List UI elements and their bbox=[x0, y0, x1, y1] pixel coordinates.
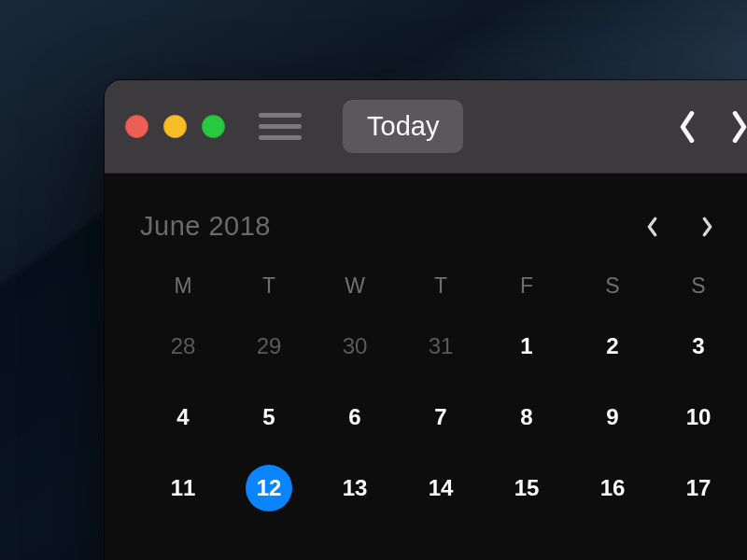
day-cell[interactable]: 29 bbox=[226, 323, 312, 370]
titlebar: Today bbox=[105, 80, 747, 174]
day-cell[interactable]: 28 bbox=[140, 323, 226, 370]
day-cell[interactable]: 31 bbox=[398, 323, 484, 370]
day-cell[interactable]: 30 bbox=[312, 323, 398, 370]
calendar-grid: M T W T F S S 28 29 30 31 1 2 3 4 5 6 7 … bbox=[140, 273, 741, 511]
menu-icon[interactable] bbox=[259, 113, 302, 140]
month-label: June 2018 bbox=[140, 211, 271, 242]
dow-label: F bbox=[484, 273, 570, 299]
day-cell[interactable]: 14 bbox=[398, 465, 484, 511]
day-cell[interactable]: 10 bbox=[655, 394, 741, 441]
day-cell[interactable]: 1 bbox=[484, 323, 570, 370]
dow-label: M bbox=[140, 273, 226, 299]
day-cell[interactable]: 5 bbox=[226, 394, 312, 441]
day-cell[interactable]: 17 bbox=[655, 465, 741, 511]
dow-label: T bbox=[226, 273, 312, 299]
day-cell[interactable]: 11 bbox=[140, 465, 226, 511]
dow-label: S bbox=[570, 273, 655, 299]
chevron-left-icon[interactable] bbox=[678, 111, 697, 143]
fullscreen-button[interactable] bbox=[202, 115, 225, 138]
close-button[interactable] bbox=[125, 115, 148, 138]
dow-label: W bbox=[312, 273, 398, 299]
month-header: June 2018 bbox=[140, 211, 741, 242]
dow-label: S bbox=[655, 273, 741, 299]
month-prev-icon[interactable] bbox=[646, 217, 658, 237]
traffic-lights bbox=[125, 115, 225, 138]
calendar-window: Today June 2018 M T W bbox=[105, 80, 747, 560]
day-cell[interactable]: 13 bbox=[312, 465, 398, 511]
day-cell[interactable]: 16 bbox=[570, 465, 655, 511]
day-cell[interactable]: 7 bbox=[398, 394, 484, 441]
chevron-right-icon[interactable] bbox=[730, 111, 747, 143]
day-cell[interactable]: 9 bbox=[570, 394, 655, 441]
day-cell-selected[interactable]: 12 bbox=[226, 465, 312, 511]
day-cell[interactable]: 6 bbox=[312, 394, 398, 441]
minimize-button[interactable] bbox=[163, 115, 187, 138]
day-cell[interactable]: 2 bbox=[570, 323, 655, 370]
month-next-icon[interactable] bbox=[701, 217, 713, 237]
day-cell[interactable]: 3 bbox=[655, 323, 741, 370]
calendar-body: June 2018 M T W T F S S 28 29 30 31 1 bbox=[105, 174, 747, 560]
dow-label: T bbox=[398, 273, 484, 299]
month-nav bbox=[646, 217, 741, 237]
today-button[interactable]: Today bbox=[343, 100, 463, 153]
toolbar-nav bbox=[678, 111, 747, 143]
day-cell[interactable]: 4 bbox=[140, 394, 226, 441]
day-cell[interactable]: 15 bbox=[484, 465, 570, 511]
day-cell[interactable]: 8 bbox=[484, 394, 570, 441]
